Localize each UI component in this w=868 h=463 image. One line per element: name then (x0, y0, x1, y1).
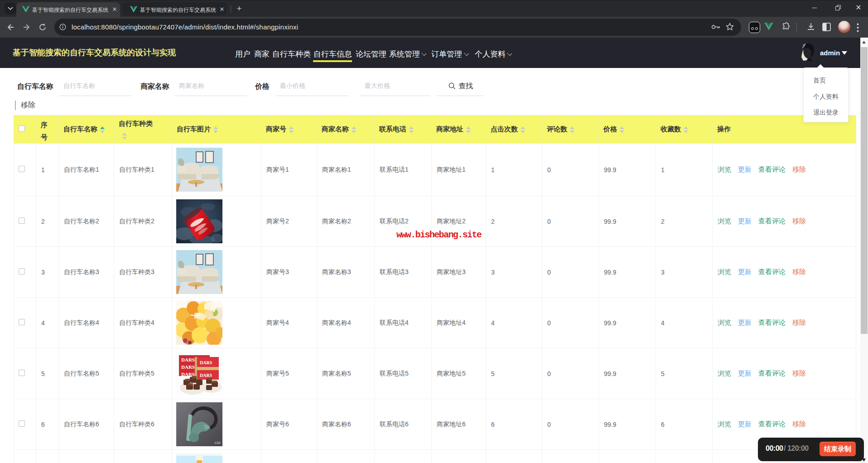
svg-text:DARS: DARS (200, 373, 212, 378)
svg-text:DARS: DARS (200, 360, 212, 365)
svg-text:108: 108 (214, 441, 221, 445)
svg-text:DARS: DARS (181, 364, 195, 370)
svg-text:DARS: DARS (181, 357, 195, 362)
